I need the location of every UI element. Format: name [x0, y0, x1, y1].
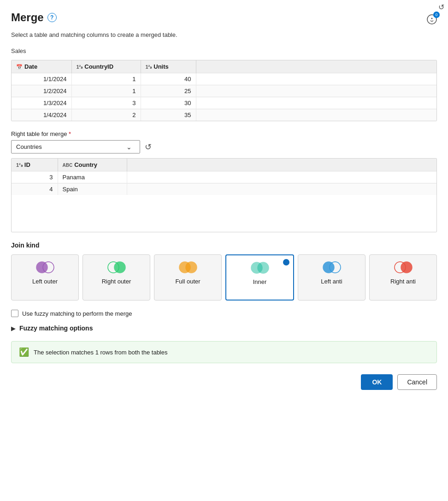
number-icon-1: 1²₃: [77, 64, 83, 70]
venn-icon-left-anti: [321, 260, 343, 274]
cancel-button[interactable]: Cancel: [397, 374, 437, 390]
fuzzy-options-section[interactable]: ▶ Fuzzy matching options: [11, 324, 437, 332]
col-header-extra2: [127, 159, 436, 171]
cell-country: Panama: [58, 171, 127, 183]
fuzzy-matching-label: Use fuzzy matching to perform the merge: [22, 310, 132, 317]
cell-countryid: 3: [71, 97, 141, 109]
col-header-date: 📅Date: [12, 60, 71, 73]
cell-extra: [196, 85, 436, 97]
number-icon-id: 1²₃: [16, 162, 23, 168]
left-table-container: 📅Date 1²₃CountryID 1²₃Units 1/1/2024 1 4…: [11, 60, 437, 121]
subtitle: Select a table and matching columns to c…: [11, 31, 437, 38]
cell-extra: [127, 171, 436, 183]
venn-icon-full-outer: [177, 260, 199, 274]
join-option-right-outer[interactable]: Right outer: [83, 254, 150, 301]
col-header-extra: [196, 60, 436, 73]
venn-icon-right-anti: [392, 260, 414, 274]
join-option-inner[interactable]: Inner: [225, 254, 294, 301]
notif-badge: 0: [433, 12, 440, 18]
cell-id: 3: [12, 171, 58, 183]
cell-id: 4: [12, 183, 58, 195]
svg-point-5: [114, 262, 125, 273]
join-option-label-left-anti: Left anti: [321, 278, 342, 285]
cell-extra: [196, 97, 436, 109]
venn-icon-right-outer: [106, 260, 128, 274]
left-table-label: Sales: [11, 47, 26, 54]
calendar-icon: 📅: [16, 64, 23, 70]
venn-icon-inner: [249, 261, 271, 275]
cell-countryid: 2: [71, 109, 141, 121]
join-option-label-right-outer: Right outer: [102, 278, 131, 285]
join-option-left-anti[interactable]: Left anti: [298, 254, 365, 301]
join-option-label-full-outer: Full outer: [175, 278, 200, 285]
fuzzy-matching-checkbox[interactable]: [11, 310, 18, 317]
status-check-icon: ✅: [19, 347, 29, 357]
right-table-container: 1²₃ID ABCCountry 3 Panama 4 Spain: [11, 158, 437, 232]
right-table: 1²₃ID ABCCountry 3 Panama 4 Spain: [12, 159, 436, 195]
join-options: Left outerRight outerFull outerInnerLeft…: [11, 254, 437, 301]
cell-extra: [196, 73, 436, 85]
left-table-refresh-button[interactable]: ↺: [438, 3, 444, 12]
table-row: 1/3/2024 3 30: [12, 97, 436, 109]
table-row: 1/2/2024 1 25: [12, 85, 436, 97]
page-title: Merge: [11, 11, 44, 24]
join-option-label-inner: Inner: [253, 278, 267, 285]
cell-units: 35: [141, 109, 196, 121]
col-header-id: 1²₃ID: [12, 159, 58, 171]
table-row: 1/1/2024 1 40: [12, 73, 436, 85]
col-header-country: ABCCountry: [58, 159, 127, 171]
selected-dot: [283, 259, 289, 265]
fuzzy-options-label: Fuzzy matching options: [19, 324, 93, 332]
footer-buttons: OK Cancel: [11, 374, 437, 390]
number-icon-2: 1²₃: [146, 64, 152, 70]
col-header-units: 1²₃Units: [141, 60, 196, 73]
svg-point-9: [258, 262, 269, 273]
join-option-label-left-outer: Left outer: [32, 278, 58, 285]
abc-icon: ABC: [63, 163, 73, 168]
help-icon[interactable]: ?: [47, 13, 57, 22]
join-kind-label: Join kind: [11, 242, 437, 249]
svg-point-11: [330, 262, 341, 273]
ok-button[interactable]: OK: [361, 374, 393, 390]
join-option-right-anti[interactable]: Right anti: [369, 254, 437, 301]
cell-country: Spain: [58, 183, 127, 195]
col-header-countryid: 1²₃CountryID: [71, 60, 141, 73]
table-row: 3 Panama: [12, 171, 436, 183]
cell-countryid: 1: [71, 85, 141, 97]
notification-icon[interactable]: 0: [427, 14, 437, 24]
status-bar: ✅ The selection matches 1 rows from both…: [11, 341, 437, 363]
cell-date: 1/2/2024: [12, 85, 71, 97]
svg-point-13: [401, 262, 412, 273]
table-row: 1/4/2024 2 35: [12, 109, 436, 121]
required-star: *: [69, 130, 71, 137]
cell-date: 1/1/2024: [12, 73, 71, 85]
right-table-dropdown[interactable]: Countries: [11, 140, 140, 153]
right-table-refresh-button[interactable]: ↺: [145, 142, 152, 152]
left-table: 📅Date 1²₃CountryID 1²₃Units 1/1/2024 1 4…: [12, 60, 436, 121]
venn-icon-left-outer: [34, 260, 56, 274]
join-option-label-right-anti: Right anti: [390, 278, 416, 285]
cell-date: 1/3/2024: [12, 97, 71, 109]
svg-point-1: [431, 18, 433, 19]
status-text: The selection matches 1 rows from both t…: [34, 349, 167, 356]
right-table-label: Right table for merge *: [11, 130, 437, 137]
fuzzy-matching-row: Use fuzzy matching to perform the merge: [11, 310, 437, 317]
cell-extra: [196, 109, 436, 121]
table-row: 4 Spain: [12, 183, 436, 195]
cell-extra: [127, 183, 436, 195]
svg-point-7: [186, 262, 197, 273]
cell-units: 30: [141, 97, 196, 109]
join-option-full-outer[interactable]: Full outer: [154, 254, 222, 301]
cell-units: 25: [141, 85, 196, 97]
join-option-left-outer[interactable]: Left outer: [11, 254, 79, 301]
expand-icon: ▶: [11, 325, 16, 332]
cell-date: 1/4/2024: [12, 109, 71, 121]
cell-units: 40: [141, 73, 196, 85]
cell-countryid: 1: [71, 73, 141, 85]
svg-point-3: [43, 262, 54, 273]
